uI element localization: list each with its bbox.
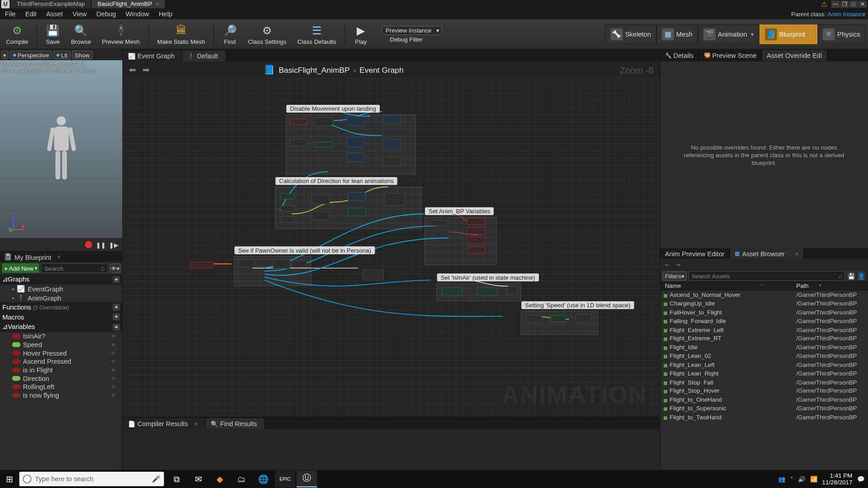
tab-compiler-results[interactable]: 📄Compiler Results× [123,418,206,429]
asset-nav-back[interactable]: ← [664,260,671,269]
my-blueprint-tab[interactable]: 📓 My Blueprint× [0,251,123,262]
taskbar-mail[interactable]: ✉ [188,470,208,487]
start-button[interactable]: ⊞ [0,474,19,483]
asset-row[interactable]: Flight_Stop_Fall/Game/ThirdPersonBP [660,378,868,386]
nav-forward-button[interactable]: ➡ [142,65,152,75]
comment-set-isinair[interactable]: Set 'IsInAir' (used in state machine) [436,283,521,301]
asset-row[interactable]: ChargingUp_Idle/Game/ThirdPersonBP [660,299,868,308]
window-minimize-button[interactable]: — [831,0,840,8]
taskbar-explorer[interactable]: 🗂 [231,470,252,487]
tab-details[interactable]: 🔧Details [660,50,699,61]
window-maximize-button[interactable]: □ [849,0,858,8]
record-button[interactable] [85,241,92,248]
variable-row[interactable]: is now flying👁 [0,391,123,399]
asset-nav-forward[interactable]: → [675,260,682,269]
tab-event-graph[interactable]: 📈Event Graph [123,51,183,61]
tray-wifi-icon[interactable]: 📶 [810,476,817,483]
mode-animation[interactable]: 🎬Animation▾ [698,24,760,44]
nav-back-button[interactable]: ⬅ [129,65,138,75]
tray-volume-icon[interactable]: 🔊 [798,476,805,483]
graph-eventgraph[interactable]: ▸📈 EventGraph [0,284,123,293]
window-restore-button[interactable]: ❐ [840,0,849,8]
asset-row[interactable]: Flight_Idle/Game/ThirdPersonBP [660,343,868,352]
variable-row[interactable]: is in Flight👁 [0,366,123,374]
window-tab-animbp[interactable]: BasicFlight_AnimBP× [91,0,166,9]
tray-notifications-icon[interactable]: 💬 [857,476,864,483]
mode-blueprint[interactable]: 📘Blueprint▾ [760,24,818,44]
window-close-button[interactable]: ✕ [859,0,867,8]
tray-clock[interactable]: 1:41 PM11/28/2017 [822,472,853,485]
graphs-header[interactable]: ⊿Graphs+ [0,274,123,285]
menu-edit[interactable]: Edit [20,9,42,19]
save-search-button[interactable]: 💾 [847,271,855,281]
col-name[interactable]: Name [660,282,794,290]
mode-physics[interactable]: ⚛Physics [817,24,866,44]
asset-row[interactable]: Flight_Extreme_RT/Game/ThirdPersonBP [660,334,868,343]
browse-button[interactable]: 🔍Browse [67,21,94,47]
asset-search[interactable]: Search Assets [689,271,845,281]
taskbar-unreal[interactable]: Ⓤ [297,470,317,487]
asset-row[interactable]: Flight_Lean_Right/Game/ThirdPersonBP [660,369,868,378]
viewport-options-button[interactable]: ▾ [1,51,9,59]
col-path[interactable]: Path [794,282,868,290]
mode-mesh[interactable]: ▦Mesh [656,24,698,44]
class-defaults-button[interactable]: ☰Class Defaults [294,21,340,47]
compile-button[interactable]: ⚙Compile [2,21,32,47]
debug-filter-dropdown[interactable]: Preview Instance Debug Filter [382,21,442,47]
variable-row[interactable]: RollingLeft👁 [0,383,123,391]
menu-asset[interactable]: Asset [42,9,68,19]
make-static-mesh-button[interactable]: 🏛Make Static Mesh [154,21,209,47]
preview-mesh-button[interactable]: 🕴Preview Mesh [98,21,143,47]
step-button[interactable]: ❚▶ [109,241,118,248]
window-tab-map[interactable]: ThirdPersonExampleMap [11,0,91,9]
tray-up-icon[interactable]: ˄ [790,476,793,483]
notification-icon[interactable]: ⚠ [821,0,828,9]
comment-set-animbp-vars[interactable]: Set Anim_BP Variables [425,217,497,265]
asset-row[interactable]: Flight_to_TwoHand/Game/ThirdPersonBP [660,413,868,421]
play-button[interactable]: ▶Play [350,21,372,47]
tray-people-icon[interactable]: 👥 [778,476,785,483]
asset-row[interactable]: FallHover_to_Flight/Game/ThirdPersonBP [660,308,868,316]
tab-preview-scene[interactable]: 🌄Preview Scene [699,50,762,61]
asset-row[interactable]: Falling_Forward_Idle/Game/ThirdPersonBP [660,317,868,325]
asset-row[interactable]: Flight_Lean_02/Game/ThirdPersonBP [660,352,868,360]
variable-row[interactable]: Ascend Pressed👁 [0,357,123,366]
variable-row[interactable]: Hover Pressed👁 [0,349,123,357]
taskbar-epic[interactable]: EPIC [275,470,295,487]
taskbar-chrome[interactable]: 🌐 [253,470,274,487]
viewport-lit-button[interactable]: ◆Lit [53,51,71,59]
asset-row[interactable]: Flight_to_OneHand/Game/ThirdPersonBP [660,395,868,404]
graph-animgraph[interactable]: ▸🕴 AnimGraph [0,293,123,302]
filters-button[interactable]: Filters ▾ [662,271,687,281]
asset-row[interactable]: Flight_Stop_Hover/Game/ThirdPersonBP [660,386,868,395]
variables-header[interactable]: ⊿Variables+ [0,322,123,332]
class-settings-button[interactable]: ⚙Class Settings [244,21,290,47]
graph-node[interactable] [363,269,383,280]
add-new-button[interactable]: Add New [2,263,39,273]
menu-file[interactable]: File [0,9,20,19]
taskbar-blender[interactable]: ◆ [210,470,230,487]
menu-help[interactable]: Help [154,9,178,19]
variable-row[interactable]: Speed👁 [0,340,123,349]
my-blueprint-search[interactable]: Search [41,263,108,273]
menu-debug[interactable]: Debug [91,9,121,19]
cortana-search[interactable]: Type here to search🎤 [19,472,164,486]
preview-viewport[interactable]: Previewing BasicFlight_AnimBP_C.Bone man… [0,60,123,238]
pause-button[interactable]: ❚❚ [96,241,105,248]
menu-view[interactable]: View [68,9,92,19]
comment-pawnowner-valid[interactable]: See if PawnOwner is valid (will not be i… [234,256,311,286]
comment-setting-speed[interactable]: Setting 'Speed' (use in 1D blend space) [521,311,598,335]
breadcrumb[interactable]: 📘BasicFlight_AnimBP ›Event Graph [264,65,403,75]
asset-row[interactable]: Flight_Lean_Left/Game/ThirdPersonBP [660,360,868,369]
comment-disable-movement[interactable]: Disable Movement upon landing [286,114,416,174]
tab-asset-override[interactable]: Asset Override Edi [762,50,827,61]
view-options-button[interactable]: 👁▾ [110,263,121,273]
viewport-show-button[interactable]: Show [71,51,93,59]
asset-row[interactable]: Flight_Extreme_Left/Game/ThirdPersonBP [660,325,868,334]
menu-window[interactable]: Window [121,9,154,19]
find-button[interactable]: 🔎Find [219,21,241,47]
tab-anim-preview[interactable]: Anim Preview Editor [660,248,730,259]
variable-row[interactable]: Direction👁 [0,374,123,383]
tab-find-results[interactable]: 🔍Find Results [206,418,265,429]
macros-header[interactable]: Macros+ [0,312,123,322]
